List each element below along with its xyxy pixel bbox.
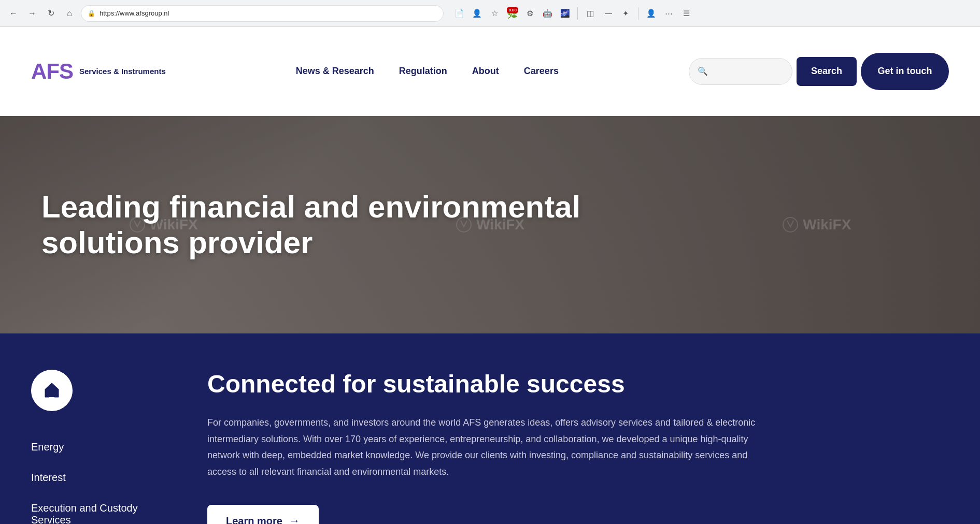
main-nav: News & Research Regulation About Careers: [187, 62, 668, 81]
address-bar[interactable]: 🔒 https://www.afsgroup.nl: [81, 5, 444, 22]
logo-area: AFS Services & Instruments: [31, 59, 166, 84]
sidebar-button[interactable]: ☰: [679, 6, 693, 21]
extension-4-button[interactable]: 🌌: [558, 6, 572, 21]
browser-actions: 📄 👤 ☆ 🌿 0.80 ⚙ 🤖 🌌 ◫ ⸻ ✦ 👤 ⋯ ☰: [452, 6, 693, 21]
services-instruments-nav[interactable]: Services & Instruments: [79, 67, 166, 76]
search-icon: 🔍: [698, 66, 708, 76]
home-icon: [42, 381, 61, 400]
browser-chrome: ← → ↻ ⌂ 🔒 https://www.afsgroup.nl 📄 👤 ☆ …: [0, 0, 980, 27]
collections-button[interactable]: ⸻: [601, 6, 615, 21]
section-title: Connected for sustainable success: [207, 370, 949, 398]
account-button[interactable]: 👤: [470, 6, 484, 21]
hero-section: WikiFX WikiFX WikiFX Leading financial a…: [0, 116, 980, 333]
get-in-touch-button[interactable]: Get in touch: [861, 53, 949, 90]
sidebar-nav: Energy Interest Execution and Custody Se…: [31, 365, 176, 524]
split-view-button[interactable]: ◫: [583, 6, 598, 21]
nav-item-news-research[interactable]: News & Research: [283, 62, 387, 81]
extension-badge: 0.80: [507, 7, 518, 13]
extension-3-button[interactable]: 🤖: [540, 6, 555, 21]
home-button[interactable]: ⌂: [62, 6, 77, 21]
main-content: Connected for sustainable success For co…: [207, 365, 949, 524]
search-input-wrapper[interactable]: 🔍: [689, 58, 792, 85]
hero-title: Leading financial and environmental solu…: [41, 189, 663, 260]
search-area: 🔍 Search Get in touch: [689, 53, 949, 90]
lock-icon: 🔒: [88, 10, 95, 17]
separator-2: [638, 7, 638, 20]
sidebar-item-execution-custody[interactable]: Execution and Custody Services: [31, 493, 176, 524]
extension-2-button[interactable]: ⚙: [522, 6, 537, 21]
url-text: https://www.afsgroup.nl: [100, 9, 169, 17]
main-section: Energy Interest Execution and Custody Se…: [0, 333, 980, 524]
section-body: For companies, governments, and investor…: [207, 415, 777, 480]
nav-item-careers[interactable]: Careers: [512, 62, 571, 81]
profile-button[interactable]: 👤: [644, 6, 658, 21]
sidebar-item-energy[interactable]: Energy: [31, 432, 176, 462]
nav-item-regulation[interactable]: Regulation: [387, 62, 460, 81]
bookmark-button[interactable]: ☆: [487, 6, 502, 21]
search-input[interactable]: [711, 67, 784, 76]
home-icon-button[interactable]: [31, 370, 73, 411]
extension-button[interactable]: 🌿 0.80: [505, 6, 519, 21]
site-header: AFS Services & Instruments News & Resear…: [0, 27, 980, 116]
more-button[interactable]: ⋯: [661, 6, 676, 21]
logo-text[interactable]: AFS: [31, 59, 73, 84]
refresh-button[interactable]: ↻: [44, 6, 58, 21]
arrow-icon: →: [289, 514, 300, 524]
separator: [577, 7, 578, 20]
sidebar-item-interest[interactable]: Interest: [31, 462, 176, 493]
svg-rect-3: [49, 392, 54, 397]
favorites-button[interactable]: ✦: [618, 6, 633, 21]
forward-button[interactable]: →: [25, 6, 39, 21]
learn-more-button[interactable]: Learn more →: [207, 505, 319, 524]
back-button[interactable]: ←: [6, 6, 21, 21]
hero-content: Leading financial and environmental solu…: [0, 168, 705, 281]
nav-item-about[interactable]: About: [460, 62, 512, 81]
search-button[interactable]: Search: [797, 57, 857, 86]
learn-more-label: Learn more: [226, 515, 282, 525]
reader-view-button[interactable]: 📄: [452, 6, 466, 21]
